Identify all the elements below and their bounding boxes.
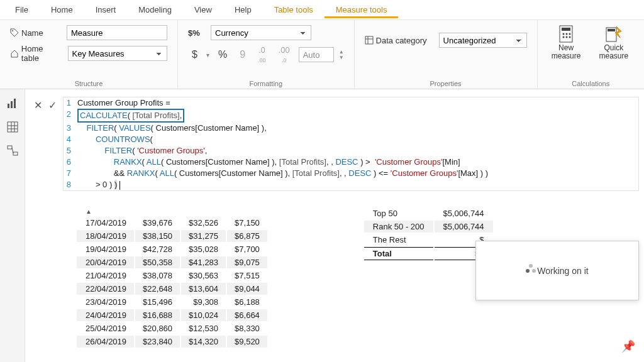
measure-name-input[interactable] bbox=[67, 25, 167, 40]
table-row[interactable]: 21/04/2019$38,078$30,563$7,515 bbox=[77, 270, 267, 282]
svg-rect-15 bbox=[11, 101, 13, 108]
cell: $7,150 bbox=[227, 217, 267, 229]
text-cursor bbox=[119, 181, 120, 190]
home-icon bbox=[10, 49, 19, 58]
svg-point-0 bbox=[12, 30, 13, 31]
ribbon: Name Home table Key Measures Structure $… bbox=[0, 20, 644, 89]
svg-rect-16 bbox=[14, 99, 16, 108]
svg-point-11 bbox=[569, 36, 571, 38]
new-measure-button[interactable]: New measure bbox=[548, 25, 585, 60]
cell: $30,563 bbox=[181, 270, 226, 282]
pin-icon[interactable]: 📌 bbox=[621, 339, 635, 353]
table-row[interactable]: Top 50$5,006,744 bbox=[364, 207, 493, 219]
table-row[interactable]: 25/04/2019$20,860$12,530$8,330 bbox=[77, 322, 267, 334]
cell: $9,044 bbox=[227, 283, 267, 295]
quick-measure-label: Quick measure bbox=[594, 44, 634, 60]
line-number: 3 bbox=[64, 123, 75, 134]
stepper-up[interactable]: ▲ bbox=[339, 49, 344, 55]
menu-measure-tools[interactable]: Measure tools bbox=[325, 1, 399, 18]
home-table-label-text: Home table bbox=[21, 44, 63, 63]
svg-line-24 bbox=[12, 148, 13, 153]
menu-file[interactable]: File bbox=[4, 1, 40, 18]
format-select[interactable]: Currency bbox=[211, 25, 311, 40]
cell: $9,520 bbox=[227, 336, 267, 348]
svg-point-6 bbox=[563, 33, 565, 35]
table-row[interactable]: 20/04/2019$50,358$41,283$9,075 bbox=[77, 256, 267, 268]
ribbon-group-formatting: $% Currency $▾ % 9 .0.00 .00.0 ▲▼ Format… bbox=[178, 20, 355, 89]
home-table-select[interactable]: Key Measures bbox=[68, 46, 167, 61]
menu-help[interactable]: Help bbox=[223, 1, 263, 18]
cell: The Rest bbox=[364, 234, 433, 246]
svg-rect-1 bbox=[365, 36, 373, 44]
home-table-label: Home table bbox=[10, 44, 63, 63]
table-row[interactable]: 22/04/2019$22,648$13,604$9,044 bbox=[77, 283, 267, 295]
decimals-decrease-button[interactable]: .0.00 bbox=[254, 44, 270, 65]
line-number: 8 bbox=[64, 179, 75, 190]
menu-table-tools[interactable]: Table tools bbox=[263, 1, 325, 18]
table-row[interactable]: 18/04/2019$38,150$31,275$6,875 bbox=[77, 230, 267, 242]
right-table-visual[interactable]: Top 50$5,006,744Rank 50 - 200$5,006,744T… bbox=[363, 206, 494, 349]
group-title-formatting: Formatting bbox=[188, 77, 344, 87]
decimal-places-input[interactable] bbox=[299, 47, 334, 62]
comma-button[interactable]: 9 bbox=[236, 48, 249, 62]
data-category-select[interactable]: Uncategorized bbox=[439, 33, 527, 48]
table-row[interactable]: 19/04/2019$42,728$35,028$7,700 bbox=[77, 243, 267, 255]
cell: 24/04/2019 bbox=[77, 309, 134, 321]
name-label: Name bbox=[10, 28, 62, 38]
commit-formula-button[interactable]: ✓ bbox=[48, 99, 57, 111]
stepper-down[interactable]: ▼ bbox=[339, 55, 344, 60]
spinner-icon bbox=[526, 269, 530, 273]
cell: 21/04/2019 bbox=[77, 270, 134, 282]
format-icon-label: $% bbox=[188, 28, 206, 38]
table-row[interactable]: 17/04/2019$39,676$32,526$7,150 bbox=[77, 217, 267, 229]
svg-point-9 bbox=[563, 36, 565, 38]
currency-button[interactable]: $ bbox=[188, 48, 201, 62]
group-title-properties: Properties bbox=[365, 77, 527, 87]
quick-measure-button[interactable]: Quick measure bbox=[594, 25, 634, 60]
code-line: FILTER( VALUES( Customers[Customer Name]… bbox=[75, 123, 267, 134]
tag-icon bbox=[10, 28, 19, 37]
menu-home[interactable]: Home bbox=[40, 1, 84, 18]
ribbon-group-calculations: New measure Quick measure Calculations bbox=[538, 20, 644, 89]
main-menu: File Home Insert Modeling View Help Tabl… bbox=[0, 0, 644, 20]
category-icon bbox=[365, 36, 374, 45]
cell: $39,676 bbox=[135, 217, 180, 229]
data-view-button[interactable] bbox=[5, 119, 20, 134]
cell: $13,604 bbox=[181, 283, 226, 295]
table-row[interactable]: 24/04/2019$16,688$10,024$6,664 bbox=[77, 309, 267, 321]
cell: $5,006,744 bbox=[435, 207, 493, 219]
svg-rect-13 bbox=[608, 29, 615, 31]
cell: $41,283 bbox=[181, 256, 226, 268]
line-number: 1 bbox=[64, 97, 75, 109]
menu-view[interactable]: View bbox=[183, 1, 223, 18]
loading-tooltip: Working on it bbox=[475, 241, 639, 300]
cell: 23/04/2019 bbox=[77, 296, 134, 308]
model-view-button[interactable] bbox=[5, 143, 20, 158]
code-line: > 0 ) ) bbox=[75, 179, 120, 190]
menu-modeling[interactable]: Modeling bbox=[127, 1, 183, 18]
view-rail bbox=[0, 89, 25, 362]
decimals-increase-button[interactable]: .00.0 bbox=[275, 44, 294, 65]
name-label-text: Name bbox=[21, 28, 43, 38]
cell: 20/04/2019 bbox=[77, 256, 134, 268]
cell: $23,840 bbox=[135, 336, 180, 348]
cell: $22,648 bbox=[135, 283, 180, 295]
table-row[interactable]: 26/04/2019$23,840$14,320$9,520 bbox=[77, 336, 267, 348]
left-table-visual[interactable]: ▲ 17/04/2019$39,676$32,526$7,15018/04/20… bbox=[75, 206, 269, 349]
cancel-formula-button[interactable]: ✕ bbox=[34, 99, 42, 111]
svg-point-7 bbox=[566, 33, 568, 35]
table-row[interactable]: Rank 50 - 200$5,006,744 bbox=[364, 221, 493, 233]
percent-button[interactable]: % bbox=[214, 48, 231, 62]
menu-insert[interactable]: Insert bbox=[84, 1, 128, 18]
sort-asc-icon[interactable]: ▲ bbox=[86, 208, 92, 215]
report-view-button[interactable] bbox=[5, 96, 20, 111]
code-line: RANKX( ALL( Customers[Customer Name] ), … bbox=[75, 156, 460, 168]
cell: $38,078 bbox=[135, 270, 180, 282]
cell: $6,875 bbox=[227, 230, 267, 242]
cell: $35,028 bbox=[181, 243, 226, 255]
cell: 26/04/2019 bbox=[77, 336, 134, 348]
table-row[interactable]: 23/04/2019$15,496$9,308$6,188 bbox=[77, 296, 267, 308]
table-row[interactable]: The Rest$ bbox=[364, 234, 493, 246]
line-number: 4 bbox=[64, 134, 75, 145]
dax-editor[interactable]: 1Customer Group Profits = 2CALCULATE( [T… bbox=[63, 97, 639, 191]
